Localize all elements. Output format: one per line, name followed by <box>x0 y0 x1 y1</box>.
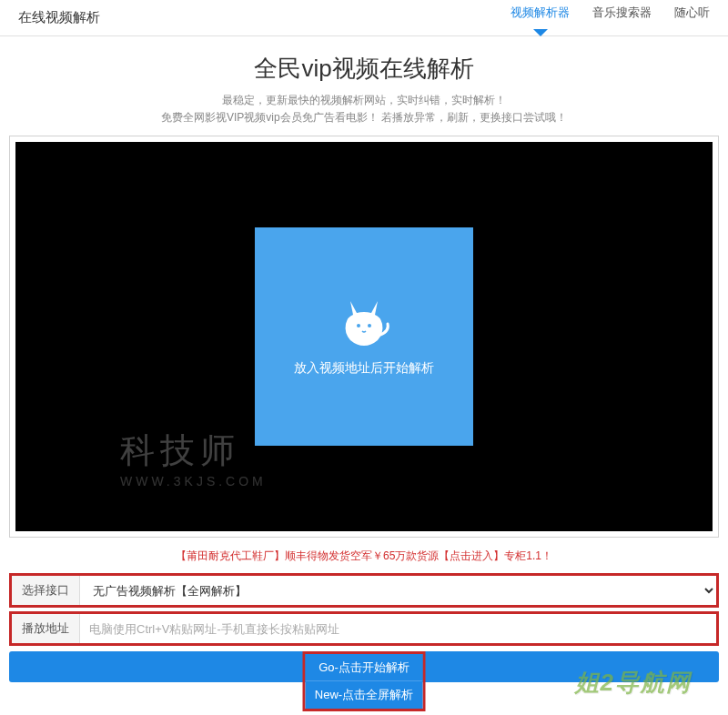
player-placeholder: 放入视频地址后开始解析 <box>255 227 473 446</box>
tab-random-listen[interactable]: 随心听 <box>674 5 710 32</box>
svg-point-1 <box>368 324 371 327</box>
video-player[interactable]: 放入视频地址后开始解析 科技师 WWW.3KJS.COM <box>15 142 713 531</box>
interface-row: 选择接口 无广告视频解析【全网解析】 <box>9 573 719 608</box>
ad-banner[interactable]: 【莆田耐克代工鞋厂】顺丰得物发货空军￥65万款货源【点击进入】专柜1.1！ <box>0 538 728 569</box>
page-title: 全民vip视频在线解析 <box>0 36 728 92</box>
video-container: 放入视频地址后开始解析 科技师 WWW.3KJS.COM <box>9 136 719 538</box>
tab-video-parser[interactable]: 视频解析器 <box>511 5 570 32</box>
subtitle: 最稳定，更新最快的视频解析网站，实时纠错，实时解析！ 免费全网影视VIP视频vi… <box>0 92 728 136</box>
go-button[interactable]: Go-点击开始解析 <box>306 654 423 681</box>
interface-select[interactable]: 无广告视频解析【全网解析】 <box>80 576 716 605</box>
interface-label: 选择接口 <box>12 576 80 605</box>
highlighted-buttons: Go-点击开始解析 New-点击全屏解析 <box>303 651 426 711</box>
svg-point-0 <box>357 324 360 327</box>
app-title: 在线视频解析 <box>18 9 100 26</box>
tab-music-search[interactable]: 音乐搜索器 <box>592 5 652 32</box>
subtitle-line2: 免费全网影视VIP视频vip会员免广告看电影！ 若播放异常，刷新，更换接口尝试哦… <box>0 109 728 126</box>
bottom-watermark: 姐2导航网 <box>575 667 692 699</box>
watermark: 科技师 WWW.3KJS.COM <box>120 433 267 488</box>
address-label: 播放地址 <box>12 614 80 643</box>
subtitle-line1: 最稳定，更新最快的视频解析网站，实时纠错，实时解析！ <box>0 92 728 109</box>
nav-tabs: 视频解析器 音乐搜索器 随心听 <box>511 5 710 32</box>
cat-icon <box>337 297 391 347</box>
address-input[interactable] <box>80 614 716 643</box>
address-row: 播放地址 <box>9 611 719 646</box>
new-button[interactable]: New-点击全屏解析 <box>306 681 423 709</box>
player-placeholder-text: 放入视频地址后开始解析 <box>294 360 434 377</box>
